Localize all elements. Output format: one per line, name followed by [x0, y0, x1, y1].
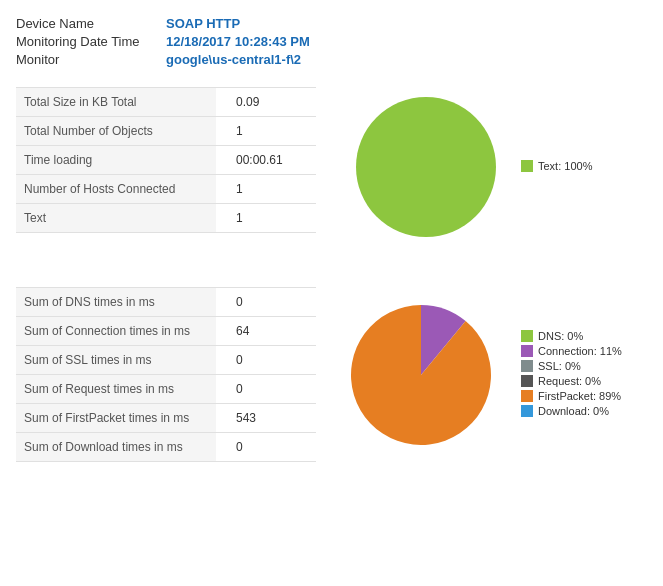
legend-label: Request: 0% [538, 375, 601, 387]
row-value: 0 [216, 375, 316, 404]
row-value: 0 [216, 288, 316, 317]
row-label: Sum of DNS times in ms [16, 288, 216, 317]
table-row: Text1 [16, 204, 316, 233]
top-table-section: Total Size in KB Total0.09Total Number o… [16, 87, 326, 277]
legend-color [521, 330, 533, 342]
legend-item: DNS: 0% [521, 330, 622, 342]
legend-item: Download: 0% [521, 405, 622, 417]
device-name-row: Device Name SOAP HTTP [16, 16, 647, 31]
legend-item: SSL: 0% [521, 360, 622, 372]
monitor-label: Monitor [16, 52, 166, 67]
device-name-value: SOAP HTTP [166, 16, 240, 31]
legend-color [521, 390, 533, 402]
pie-segment [351, 305, 491, 445]
pie-chart-2 [336, 290, 506, 460]
top-chart-section: Text: 100% [326, 87, 647, 277]
monitor-row: Monitor google\us-central1-f\2 [16, 52, 647, 67]
legend-item: Request: 0% [521, 375, 622, 387]
table-row: Time loading00:00.61 [16, 146, 316, 175]
table-row: Sum of SSL times in ms0 [16, 346, 316, 375]
row-label: Number of Hosts Connected [16, 175, 216, 204]
table-row: Sum of Download times in ms0 [16, 433, 316, 462]
row-value: 0 [216, 346, 316, 375]
pie-chart-1-container: Text: 100% [346, 87, 592, 247]
legend-label: Connection: 11% [538, 345, 622, 357]
pie-chart-2-legend: DNS: 0%Connection: 11%SSL: 0%Request: 0%… [521, 330, 622, 420]
row-label: Time loading [16, 146, 216, 175]
row-label: Sum of FirstPacket times in ms [16, 404, 216, 433]
monitoring-value: 12/18/2017 10:28:43 PM [166, 34, 310, 49]
row-label: Sum of SSL times in ms [16, 346, 216, 375]
device-name-label: Device Name [16, 16, 166, 31]
table-row: Sum of Connection times in ms64 [16, 317, 316, 346]
monitor-value: google\us-central1-f\2 [166, 52, 301, 67]
row-label: Total Size in KB Total [16, 88, 216, 117]
table-row: Total Number of Objects1 [16, 117, 316, 146]
table-row: Number of Hosts Connected1 [16, 175, 316, 204]
svg-point-0 [356, 97, 496, 237]
row-value: 0.09 [216, 88, 316, 117]
monitoring-label: Monitoring Date Time [16, 34, 166, 49]
bottom-section: Sum of DNS times in ms0Sum of Connection… [16, 287, 647, 492]
pie-chart-2-container: DNS: 0%Connection: 11%SSL: 0%Request: 0%… [336, 290, 622, 460]
table-row: Sum of DNS times in ms0 [16, 288, 316, 317]
row-value: 1 [216, 204, 316, 233]
legend-color [521, 160, 533, 172]
table-row: Total Size in KB Total0.09 [16, 88, 316, 117]
row-value: 1 [216, 117, 316, 146]
header-section: Device Name SOAP HTTP Monitoring Date Ti… [16, 16, 647, 67]
legend-item: Connection: 11% [521, 345, 622, 357]
row-value: 543 [216, 404, 316, 433]
legend-label: SSL: 0% [538, 360, 581, 372]
legend-color [521, 360, 533, 372]
pie-chart-1 [346, 87, 506, 247]
legend-color [521, 375, 533, 387]
legend-label: Text: 100% [538, 160, 592, 172]
row-label: Sum of Connection times in ms [16, 317, 216, 346]
top-data-table: Total Size in KB Total0.09Total Number o… [16, 87, 316, 233]
legend-color [521, 345, 533, 357]
legend-label: FirstPacket: 89% [538, 390, 621, 402]
row-label: Total Number of Objects [16, 117, 216, 146]
top-section: Total Size in KB Total0.09Total Number o… [16, 87, 647, 277]
row-value: 64 [216, 317, 316, 346]
monitoring-row: Monitoring Date Time 12/18/2017 10:28:43… [16, 34, 647, 49]
legend-color [521, 405, 533, 417]
row-label: Sum of Download times in ms [16, 433, 216, 462]
row-label: Text [16, 204, 216, 233]
legend-label: DNS: 0% [538, 330, 583, 342]
legend-label: Download: 0% [538, 405, 609, 417]
bottom-table-section: Sum of DNS times in ms0Sum of Connection… [16, 287, 326, 492]
row-value: 00:00.61 [216, 146, 316, 175]
table-row: Sum of FirstPacket times in ms543 [16, 404, 316, 433]
table-row: Sum of Request times in ms0 [16, 375, 316, 404]
legend-item: Text: 100% [521, 160, 592, 172]
row-value: 0 [216, 433, 316, 462]
legend-item: FirstPacket: 89% [521, 390, 622, 402]
bottom-data-table: Sum of DNS times in ms0Sum of Connection… [16, 287, 316, 462]
pie-chart-1-legend: Text: 100% [521, 160, 592, 175]
row-value: 1 [216, 175, 316, 204]
row-label: Sum of Request times in ms [16, 375, 216, 404]
bottom-chart-section: DNS: 0%Connection: 11%SSL: 0%Request: 0%… [326, 287, 647, 492]
